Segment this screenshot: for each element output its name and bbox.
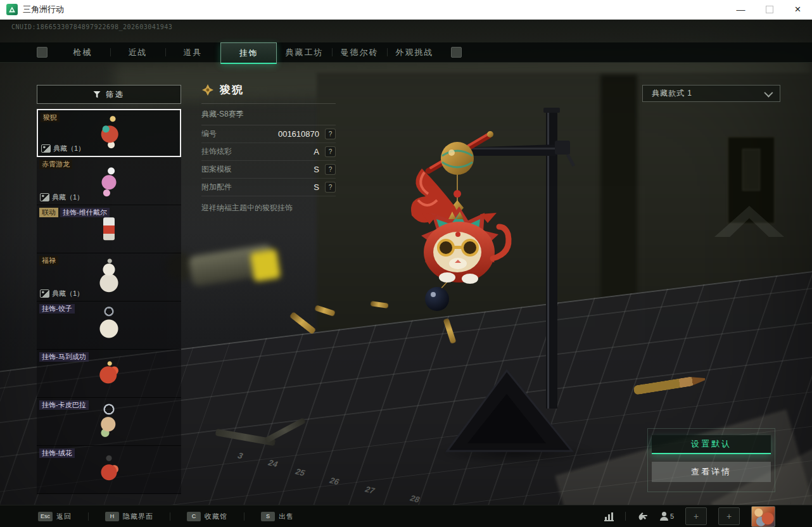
filter-button[interactable]: 筛选 bbox=[37, 85, 181, 104]
image-icon bbox=[41, 144, 51, 153]
style-dropdown-value: 典藏款式 1 bbox=[652, 88, 692, 99]
help-icon[interactable]: ? bbox=[325, 146, 336, 157]
maximize-button[interactable] bbox=[755, 0, 783, 19]
category-tab-bar: 枪械 近战 道具 挂饰 典藏工坊 曼德尔砖 外观挑战 bbox=[0, 42, 812, 63]
grenade-yellow-band bbox=[250, 249, 281, 282]
item-name: 挂饰-马到成功 bbox=[39, 352, 89, 362]
tab-melee[interactable]: 近战 bbox=[110, 42, 165, 62]
collab-badge: 联动 bbox=[39, 208, 58, 217]
h-key-badge: H bbox=[105, 512, 119, 521]
charm-thumbnail bbox=[90, 401, 128, 440]
charm-card-list: 狻猊 典藏（1） 赤霄游龙 典藏（1） 联动挂饰-维什戴尔 福禄 典藏（1） bbox=[37, 109, 181, 502]
chevron-down-icon bbox=[764, 88, 773, 97]
maximize-icon bbox=[766, 6, 773, 13]
tab-collection-workshop[interactable]: 典藏工坊 bbox=[277, 42, 332, 62]
profile-card-thumbnail[interactable] bbox=[751, 506, 775, 527]
crate-arrow-marking bbox=[714, 206, 784, 250]
window-title: 三角洲行动 bbox=[23, 4, 64, 15]
list-item-capybara[interactable]: 挂饰-卡皮巴拉 bbox=[37, 398, 181, 446]
shortcut-divider bbox=[170, 512, 170, 521]
charm-thumbnail bbox=[90, 160, 128, 200]
hand-gesture-icon[interactable] bbox=[637, 511, 649, 522]
set-default-button[interactable]: 设置默认 bbox=[652, 435, 771, 454]
collection-count: 典藏（1） bbox=[52, 289, 84, 298]
charm-thumbnail bbox=[90, 305, 128, 344]
image-icon bbox=[40, 193, 49, 201]
stats-chart-icon[interactable] bbox=[604, 511, 614, 521]
account-uid: CNUID:18665330784897922698_202603041943 bbox=[11, 23, 172, 30]
season-label: 典藏-S8赛季 bbox=[201, 104, 336, 125]
icon-divider bbox=[625, 512, 626, 521]
list-item-fulu[interactable]: 福禄 典藏（1） bbox=[37, 253, 181, 302]
friends-count: 5 bbox=[670, 512, 674, 520]
title-bar: 三角洲行动 — × bbox=[0, 0, 812, 20]
collection-count: 典藏（1） bbox=[52, 193, 84, 202]
tab-prev-key-badge bbox=[37, 47, 48, 58]
charm-description: 迎祥纳福主题中的狻猊挂饰 bbox=[201, 203, 336, 213]
charm-list-sidebar: 筛选 狻猊 典藏（1） 赤霄游龙 典藏（1） 联动挂饰-维什戴尔 bbox=[37, 85, 181, 500]
rarity-diamond-icon bbox=[201, 84, 214, 96]
tab-guns[interactable]: 枪械 bbox=[55, 42, 110, 62]
tab-next-key-badge bbox=[451, 47, 462, 58]
tab-mandel-brick[interactable]: 曼德尔砖 bbox=[332, 42, 387, 62]
close-button[interactable]: × bbox=[783, 0, 812, 19]
shortcut-collection-hall[interactable]: C 收藏馆 bbox=[187, 512, 227, 521]
shortcut-divider bbox=[88, 512, 89, 521]
help-icon[interactable]: ? bbox=[325, 129, 336, 139]
list-item-dumpling[interactable]: 挂饰-饺子 bbox=[37, 302, 181, 350]
accessory-grade: S bbox=[314, 182, 319, 192]
tab-props[interactable]: 道具 bbox=[165, 42, 220, 62]
shortcut-hide-ui[interactable]: H 隐藏界面 bbox=[105, 512, 153, 521]
minimize-button[interactable]: — bbox=[726, 0, 755, 19]
style-dropdown[interactable]: 典藏款式 1 bbox=[642, 85, 780, 102]
app-window: 三角洲行动 — × 3 24 25 26 27 28 bbox=[0, 0, 812, 527]
list-item-vishdel[interactable]: 联动挂饰-维什戴尔 bbox=[37, 205, 181, 253]
charm-display bbox=[380, 108, 583, 462]
item-name: 赤霄游龙 bbox=[39, 160, 72, 169]
serial-number: 001610870 bbox=[278, 129, 319, 139]
row-label: 编号 bbox=[201, 129, 217, 139]
row-label: 挂饰炫彩 bbox=[201, 146, 232, 157]
game-scene: 3 24 25 26 27 28 bbox=[0, 19, 812, 527]
list-item-velvet-flower[interactable]: 挂饰-绒花 bbox=[37, 446, 181, 494]
list-item-chixiao-dragon[interactable]: 赤霄游龙 典藏（1） bbox=[37, 157, 181, 205]
list-item-horse-success[interactable]: 挂饰-马到成功 bbox=[37, 350, 181, 398]
help-icon[interactable]: ? bbox=[325, 182, 336, 193]
shortcut-back[interactable]: Esc 返回 bbox=[38, 512, 72, 521]
bullet-casing bbox=[289, 312, 316, 334]
pattern-grade: S bbox=[314, 165, 319, 174]
c-key-badge: C bbox=[187, 512, 201, 521]
app-logo-icon bbox=[6, 4, 18, 15]
row-label: 附加配件 bbox=[201, 182, 232, 193]
charm-thumbnail bbox=[90, 257, 128, 296]
charm-thumbnail bbox=[103, 217, 115, 240]
charm-thumbnail bbox=[90, 113, 128, 152]
add-slot-button[interactable]: + bbox=[685, 507, 707, 525]
charm-title: 狻猊 bbox=[220, 82, 244, 97]
row-label: 图案模板 bbox=[201, 164, 232, 175]
view-details-button[interactable]: 查看详情 bbox=[652, 462, 771, 482]
status-icon-cluster: 5 + + bbox=[604, 506, 775, 527]
charm-thumbnail bbox=[90, 353, 128, 392]
tab-charms[interactable]: 挂饰 bbox=[220, 42, 277, 64]
shortcut-sell[interactable]: S 出售 bbox=[261, 512, 294, 521]
add-slot-button[interactable]: + bbox=[718, 507, 740, 525]
person-icon bbox=[662, 512, 666, 516]
image-icon bbox=[40, 289, 49, 298]
charm-detail-panel: 狻猊 典藏-S8赛季 编号 001610870 ? 挂饰炫彩 A ? 图案模板 … bbox=[201, 82, 336, 213]
help-icon[interactable]: ? bbox=[325, 164, 336, 175]
friends-online-indicator[interactable]: 5 bbox=[660, 512, 674, 521]
list-item-suanni[interactable]: 狻猊 典藏（1） bbox=[37, 109, 181, 157]
filter-label: 筛选 bbox=[106, 89, 125, 100]
item-name: 挂饰-维什戴尔 bbox=[60, 208, 110, 217]
collection-count: 典藏（1） bbox=[53, 144, 85, 153]
funnel-icon bbox=[93, 91, 101, 98]
tab-appearance-challenge[interactable]: 外观挑战 bbox=[387, 42, 442, 62]
item-name: 挂饰-饺子 bbox=[39, 304, 75, 314]
item-name: 狻猊 bbox=[41, 113, 60, 122]
action-button-panel: 设置默认 查看详情 bbox=[647, 428, 775, 492]
esc-key-badge: Esc bbox=[38, 512, 53, 521]
item-name: 福禄 bbox=[39, 256, 58, 265]
item-name: 挂饰-绒花 bbox=[39, 448, 75, 458]
colorway-grade: A bbox=[314, 147, 319, 156]
